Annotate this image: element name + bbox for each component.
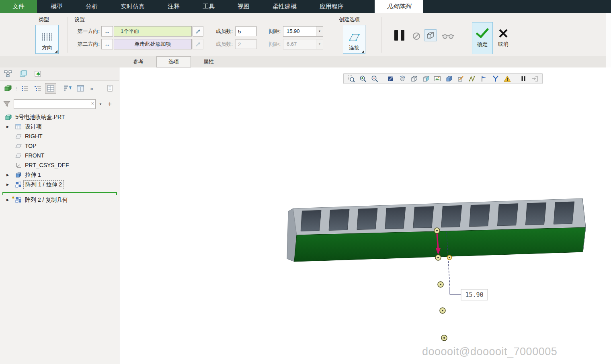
add-filter-icon[interactable]: + [108, 100, 112, 108]
tree-item-label[interactable]: FRONT [25, 152, 44, 159]
second-direction-label: 第二方向: [74, 39, 100, 49]
tree-search-input[interactable] [14, 99, 96, 109]
dimension-leader-line [450, 287, 461, 294]
tree-columns-settings-icon[interactable] [75, 83, 86, 94]
cancel-button-label: 取消 [498, 41, 508, 48]
tree-row-csys[interactable]: PRT_CSYS_DEF [0, 161, 119, 170]
tab-geometry-pattern[interactable]: 几何阵列 [375, 0, 423, 13]
tree-root-label[interactable]: 5号电池收纳盒.PRT [15, 114, 65, 121]
menu-model[interactable]: 模型 [42, 0, 72, 13]
tree-item-label[interactable]: TOP [25, 143, 37, 149]
tree-row-right-plane[interactable]: RIGHT [0, 132, 119, 141]
tree-item-label[interactable]: 阵列 2 / 复制几何 [25, 196, 68, 204]
subtab-options[interactable]: 选项 [156, 56, 191, 67]
spacing1-caret-icon[interactable]: ▼ [316, 27, 323, 36]
model-viewport[interactable]: 15.90 [120, 67, 611, 364]
tree-list-view-icon[interactable] [19, 83, 31, 94]
pattern-icon [15, 182, 22, 188]
first-direction-collector[interactable]: 1个平面 [114, 26, 192, 37]
pattern-icon [15, 197, 22, 203]
favorites-tab-icon[interactable]: ✱ [33, 69, 44, 79]
both-arrow-icon: ↔ [105, 28, 110, 35]
tree-item-label[interactable]: 设计项 [25, 123, 42, 131]
link-option-button[interactable]: 连接 [343, 25, 365, 54]
first-direction-flip-button[interactable] [193, 26, 203, 37]
insertion-locator-row[interactable] [0, 190, 119, 195]
direction-grid-icon [41, 33, 53, 41]
tree-filter-row: × ▼ + [0, 97, 119, 111]
battery-slot [357, 209, 377, 230]
tree-filter-sort-icon[interactable] [62, 83, 73, 94]
subtab-properties[interactable]: 属性 [191, 56, 226, 67]
both-arrow-icon: ↔ [105, 41, 110, 47]
svg-text:✱: ✱ [36, 71, 40, 77]
pause-button[interactable] [392, 29, 406, 41]
menu-file[interactable]: 文件 [0, 0, 37, 13]
ribbon-right-strip [606, 13, 611, 67]
second-direction-arrow-button[interactable]: ↔ [101, 39, 113, 49]
preview-toggle-button[interactable] [424, 29, 437, 41]
members1-input[interactable] [235, 27, 257, 36]
spacing1-value: 15.90 [287, 28, 300, 34]
dimension-value-text[interactable]: 15.90 [465, 291, 483, 299]
active-model-icon[interactable] [2, 83, 14, 94]
first-direction-arrow-button[interactable]: ↔ [101, 26, 113, 37]
link-plane-icon [348, 33, 360, 42]
tree-row-pattern-1[interactable]: ▶ 阵列 1 / 拉伸 2 [0, 180, 119, 190]
tree-column-view-icon[interactable] [45, 83, 56, 94]
tree-item-label[interactable]: PRT_CSYS_DEF [25, 162, 69, 168]
menu-annotate[interactable]: 注释 [159, 0, 189, 13]
direction-button-label: 方向 [42, 44, 52, 51]
tree-row-front-plane[interactable]: FRONT [0, 151, 119, 161]
second-direction-collector[interactable]: 单击此处添加项 [114, 39, 192, 49]
tree-item-label[interactable]: 拉伸 1 [25, 172, 41, 179]
expand-icon[interactable]: ▶ [6, 198, 9, 202]
battery-slot [554, 202, 574, 224]
layer-tree-tab-icon[interactable] [18, 69, 29, 79]
tree-settings-doc-icon[interactable] [105, 83, 116, 94]
dropdown-corner-icon [55, 50, 57, 53]
pending-regenerate-icon: ✱ [12, 196, 15, 200]
no-preview-button[interactable] [412, 31, 421, 41]
graphics-area[interactable]: 15.90 dooooit@dooooit_7000005 [120, 67, 611, 364]
clear-search-icon[interactable]: × [91, 100, 94, 106]
spacing2-label: 间距: [264, 39, 281, 49]
subtab-references[interactable]: 参考 [121, 56, 156, 67]
expand-icon[interactable]: ▶ [6, 173, 9, 177]
tree-row-extrude-1[interactable]: ▶ 拉伸 1 [0, 170, 119, 180]
menu-flexible-modeling[interactable]: 柔性建模 [264, 0, 306, 13]
menu-applications[interactable]: 应用程序 [311, 0, 353, 13]
tree-item-label-editing[interactable]: 阵列 1 / 拉伸 2 [23, 180, 64, 189]
toolbar-overflow-icon[interactable]: » [88, 83, 96, 94]
battery-slot [385, 207, 406, 229]
model-tree: 5号电池收纳盒.PRT ▶ 设计项 RIGHT TOP FRONT [0, 112, 119, 205]
first-direction-label: 第一方向: [74, 26, 100, 37]
search-dropdown-icon[interactable]: ▼ [97, 102, 104, 106]
toolbar-separator [58, 84, 60, 93]
tree-row-design-items[interactable]: ▶ 设计项 [0, 122, 119, 132]
spacing2-combobox: 6.67 ▼ [283, 39, 323, 49]
ribbon-separator [333, 17, 333, 53]
preview-glasses-button[interactable] [441, 33, 455, 40]
datum-plane-icon [15, 133, 22, 139]
model-tree-tab-icon[interactable] [2, 69, 14, 79]
cancel-button[interactable]: 取消 [494, 22, 513, 54]
navigator-tab-row: ✱ [0, 67, 119, 81]
menu-tools[interactable]: 工具 [194, 0, 223, 13]
tree-item-label[interactable]: RIGHT [25, 133, 43, 139]
tree-row-top-plane[interactable]: TOP [0, 141, 119, 151]
direction-type-button[interactable]: 方向 [35, 25, 59, 54]
menu-live-simulation[interactable]: 实时仿真 [112, 0, 154, 13]
spacing1-combobox[interactable]: 15.90 ▼ [283, 26, 323, 37]
insert-here-line[interactable] [2, 192, 117, 193]
tree-row-pattern-2[interactable]: ▶ ✱ 阵列 2 / 复制几何 [0, 195, 119, 205]
expand-icon[interactable]: ▶ [6, 125, 9, 129]
menu-analysis[interactable]: 分析 [77, 0, 107, 13]
tree-root-row[interactable]: 5号电池收纳盒.PRT [0, 112, 119, 122]
expand-icon[interactable]: ▶ [6, 183, 9, 186]
members1-label: 成员数: [209, 26, 233, 37]
tree-indent-view-icon[interactable] [32, 83, 43, 94]
menu-view[interactable]: 视图 [229, 0, 258, 13]
ok-button[interactable]: 确定 [472, 22, 493, 54]
battery-slot [441, 205, 462, 227]
